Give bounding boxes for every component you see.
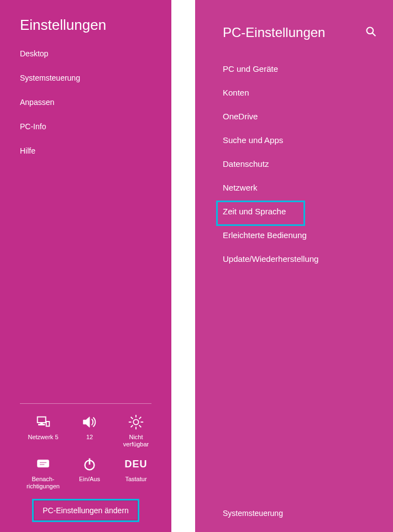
svg-point-18 [367, 28, 374, 34]
charm-link-pc-info[interactable]: PC-Info [20, 114, 171, 139]
svg-rect-15 [39, 464, 44, 465]
charm-link-desktop[interactable]: Desktop [20, 41, 171, 66]
pc-item-onedrive[interactable]: OneDrive [195, 104, 393, 128]
brightness-icon [127, 413, 145, 431]
charm-link-systemsteuerung[interactable]: Systemsteuerung [20, 66, 171, 90]
svg-rect-3 [46, 422, 50, 426]
settings-links: DesktopSystemsteuerungAnpassenPC-InfoHil… [0, 39, 171, 163]
change-link-wrap: PC-Einstellungen ändern [0, 493, 171, 532]
network-icon [34, 413, 53, 431]
svg-line-19 [373, 33, 376, 36]
control-panel-link[interactable]: Systemsteuerung [223, 509, 283, 518]
pc-item-erleichterte-bedienung[interactable]: Erleichterte Bedienung [195, 223, 393, 247]
svg-line-11 [131, 425, 133, 428]
svg-line-12 [139, 417, 142, 419]
ime-text: DEU [127, 455, 145, 473]
svg-point-4 [133, 419, 138, 424]
svg-rect-14 [39, 462, 46, 463]
quick-settings-tiles: Netzwerk 512NichtverfügbarBenach-richtig… [0, 413, 171, 493]
svg-rect-2 [39, 424, 45, 425]
charm-link-hilfe[interactable]: Hilfe [20, 139, 171, 163]
settings-charm-panel: Einstellungen DesktopSystemsteuerungAnpa… [0, 0, 171, 532]
tile-label: 12 [86, 434, 93, 441]
tile-notify[interactable]: Benach-richtigungen [20, 455, 66, 493]
svg-rect-13 [38, 460, 49, 467]
panel-gap [171, 0, 195, 532]
notify-icon [34, 455, 53, 473]
tile-volume[interactable]: 12 [66, 413, 113, 451]
tile-keyboard[interactable]: DEUTastatur [113, 455, 159, 493]
pc-item-zeit-und-sprache[interactable]: Zeit und Sprache [195, 199, 393, 223]
settings-title: Einstellungen [0, 0, 171, 39]
change-pc-settings-link[interactable]: PC-Einstellungen ändern [32, 499, 139, 522]
svg-line-10 [139, 425, 142, 428]
pc-item-update-wiederherstellung[interactable]: Update/Wiederherstellung [195, 247, 393, 271]
charm-link-anpassen[interactable]: Anpassen [20, 90, 171, 114]
pc-settings-title: PC-Einstellungen [223, 25, 365, 40]
tile-network[interactable]: Netzwerk 5 [20, 413, 66, 451]
search-icon[interactable] [365, 26, 376, 39]
tile-label: Netzwerk 5 [28, 434, 58, 441]
divider [20, 403, 151, 404]
pc-item-konten[interactable]: Konten [195, 81, 393, 104]
pc-item-netzwerk[interactable]: Netzwerk [195, 176, 393, 199]
pc-item-datenschutz[interactable]: Datenschutz [195, 152, 393, 176]
tile-label: Benach-richtigungen [27, 476, 60, 490]
pc-item-pc-und-ger-te[interactable]: PC und Geräte [195, 57, 393, 81]
tile-brightness[interactable]: Nichtverfügbar [113, 413, 159, 451]
svg-line-9 [131, 417, 133, 419]
tile-label: Tastatur [125, 476, 146, 483]
pc-item-suche-und-apps[interactable]: Suche und Apps [195, 128, 393, 152]
pc-settings-items: PC und GeräteKontenOneDriveSuche und App… [195, 49, 393, 271]
svg-rect-0 [38, 417, 46, 423]
tile-power[interactable]: Ein/Aus [66, 455, 113, 493]
pc-settings-header: PC-Einstellungen [195, 0, 393, 49]
power-icon [80, 455, 99, 473]
tile-label: Nichtverfügbar [123, 434, 149, 448]
volume-icon [80, 413, 99, 431]
tile-label: Ein/Aus [79, 476, 100, 483]
pc-settings-panel: PC-Einstellungen PC und GeräteKontenOneD… [195, 0, 393, 532]
spacer [0, 163, 171, 403]
